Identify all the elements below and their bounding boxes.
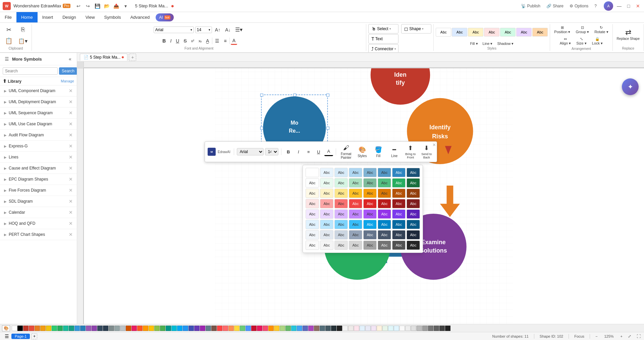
select-button[interactable]: 🖱 Select ▾ [368,24,398,33]
sidebar-item-12[interactable]: ▶ HOQ and QFD ✕ [0,218,77,229]
style-cell-1-4[interactable]: Abc [363,178,377,188]
color-swatch-33[interactable] [200,326,205,331]
redo-button[interactable]: ↪ [84,2,92,10]
color-swatch-16[interactable] [103,326,108,331]
focus-button[interactable]: Focus [574,334,584,338]
style-cell-4-4[interactable]: Abc [363,209,377,219]
color-picker-button[interactable]: 🎨 [2,325,10,331]
search-input[interactable] [3,67,58,75]
style-cell-7-7[interactable]: Abc [407,241,420,250]
sidebar-item-5[interactable]: ▶ Express-G ✕ [0,141,77,152]
position-button[interactable]: ⊞Position ▾ [552,24,572,36]
style-cell-2-5[interactable]: Abc [378,189,391,198]
color-swatch-55[interactable] [325,326,331,331]
shadow-button[interactable]: Shadow ▾ [495,41,515,47]
style-cell-4-2[interactable]: Abc [334,209,348,219]
subscript-button[interactable]: x₂ [197,38,204,44]
bullet-btn[interactable]: ☰ [213,38,221,44]
style-cell-7-3[interactable]: Abc [349,241,362,250]
increase-font-btn[interactable]: A↑ [213,26,222,33]
style-cell-2-3[interactable]: Abc [349,189,362,198]
style-cell-7-6[interactable]: Abc [392,241,406,250]
color-swatch-15[interactable] [97,326,103,331]
menu-file[interactable]: File [0,12,16,22]
page-tab-button[interactable]: Page-1 [11,334,30,339]
style-cell-1-3[interactable]: Abc [349,178,362,188]
color-swatch-11[interactable] [74,326,80,331]
color-swatch-4[interactable] [35,326,40,331]
sidebar-item-close-4[interactable]: ✕ [69,132,73,138]
color-swatch-38[interactable] [228,326,234,331]
style-cell-5-6[interactable]: Abc [392,220,406,229]
style-cell-2-0[interactable]: Abc [306,189,319,198]
decrease-font-btn[interactable]: A↓ [223,26,232,33]
style-cell-1-2[interactable]: Abc [334,178,348,188]
style-cell-6-4[interactable]: Abc [363,230,377,240]
handle-mr[interactable] [327,127,329,130]
style-cell-0-0[interactable]: Abc [306,168,319,177]
color-swatch-59[interactable] [348,326,354,331]
color-swatch-21[interactable] [131,326,137,331]
copy-format-button[interactable]: ⎘ [16,24,30,36]
color-swatch-57[interactable] [337,326,342,331]
color-swatch-32[interactable] [194,326,200,331]
undo-button[interactable]: ↩ [74,2,83,10]
sidebar-item-0[interactable]: ▶ UML Component Diagram ✕ [0,85,77,96]
number-list-btn[interactable]: ≡ [222,38,228,44]
style-cell-6-5[interactable]: Abc [378,230,391,240]
sidebar-item-close-10[interactable]: ✕ [69,199,73,204]
style-cell-6-1[interactable]: Abc [320,230,333,240]
group-button[interactable]: ⊡Group ▾ [574,24,591,36]
sidebar-item-close-2[interactable]: ✕ [69,110,73,116]
sidebar-item-close-3[interactable]: ✕ [69,121,73,127]
menu-design[interactable]: Design [58,12,80,22]
style-cell-0-7[interactable]: Abc [407,168,420,177]
style-cell-4-0[interactable]: Abc [306,209,319,219]
color-swatch-7[interactable] [52,326,57,331]
color-swatch-19[interactable] [120,326,125,331]
handle-ml[interactable] [260,127,263,130]
style-cell-2-2[interactable]: Abc [334,189,348,198]
float-line-btn[interactable]: ━ Line [387,143,402,160]
color-swatch-36[interactable] [217,326,222,331]
sidebar-item-9[interactable]: ▶ Five Forces Diagram ✕ [0,185,77,196]
manage-button[interactable]: Manage [61,79,74,83]
zoom-in-button[interactable]: + [621,334,623,338]
sidebar-item-11[interactable]: ▶ Calendar ✕ [0,207,77,218]
color-swatch-27[interactable] [166,326,171,331]
color-swatch-42[interactable] [251,326,257,331]
color-swatch-24[interactable] [149,326,154,331]
style-cell-7-1[interactable]: Abc [320,241,333,250]
sidebar-item-7[interactable]: ▶ Cause and Effect Diagram ✕ [0,163,77,174]
style-abc-7[interactable]: Abc [532,28,548,37]
style-cell-6-0[interactable]: Abc [306,230,319,240]
color-swatch-34[interactable] [206,326,211,331]
float-bring-front-btn[interactable]: ⬆ Bring to Front [403,143,418,160]
style-cell-2-7[interactable]: Abc [407,189,420,198]
color-swatch-72[interactable] [422,326,428,331]
float-styles-btn[interactable]: 🎨 Styles [355,143,370,160]
style-cell-0-2[interactable]: Abc [334,168,348,177]
color-swatch-23[interactable] [143,326,148,331]
color-swatch-31[interactable] [189,326,194,331]
style-cell-7-0[interactable]: Abc [306,241,319,250]
color-swatch-47[interactable] [280,326,285,331]
sidebar-item-close-12[interactable]: ✕ [69,221,73,226]
float-size-select[interactable]: 14 [265,148,278,155]
color-swatch-9[interactable] [63,326,68,331]
style-cell-5-5[interactable]: Abc [378,220,391,229]
maximize-button[interactable]: □ [625,3,632,9]
save-button[interactable]: 💾 [93,2,101,10]
style-cell-2-1[interactable]: Abc [320,189,333,198]
close-button[interactable]: ✕ [635,3,641,9]
share-button[interactable]: 🔗Share [545,3,565,9]
color-swatch-6[interactable] [46,326,51,331]
minimize-button[interactable]: — [616,3,623,9]
style-abc-1[interactable]: Abc [436,28,451,37]
color-swatch-43[interactable] [257,326,262,331]
style-cell-6-2[interactable]: Abc [334,230,348,240]
text-style-btn[interactable]: A̲ [204,38,211,44]
sidebar-item-close-7[interactable]: ✕ [69,165,73,171]
style-cell-7-2[interactable]: Abc [334,241,348,250]
style-cell-0-1[interactable]: Abc [320,168,333,177]
